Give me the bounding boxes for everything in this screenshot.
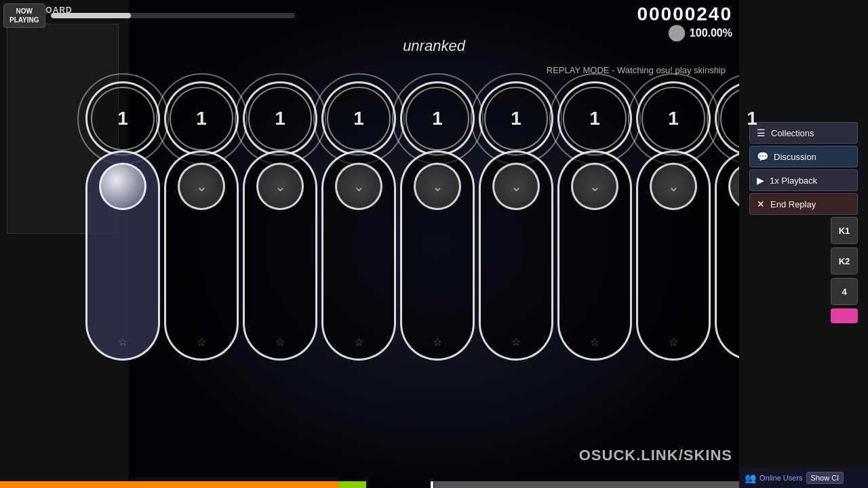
slider-head-8: ⌄ <box>650 163 697 210</box>
progress-orange <box>0 481 339 488</box>
hit-circle-1: 1 <box>85 81 160 156</box>
show-ci-button[interactable]: Show CI <box>806 472 844 484</box>
hit-circle-4: 1 <box>321 81 396 156</box>
progress-bar-container[interactable] <box>51 13 295 18</box>
song-progress-bar[interactable] <box>0 481 739 488</box>
key-4-indicator: 4 <box>831 278 858 305</box>
discussion-icon: 💬 <box>757 151 768 162</box>
slider-arrow-3: ⌄ <box>275 178 286 195</box>
watermark-text: OSUCK.LINK/SKINS <box>579 447 732 464</box>
circle-number-4: 1 <box>353 108 364 129</box>
now-playing-bar: NOW PLAYING <box>0 0 298 31</box>
progress-marker <box>431 481 433 488</box>
circle-number-2: 1 <box>196 108 207 129</box>
discussion-button[interactable]: 💬 Discussion <box>749 146 858 167</box>
hit-circle-3: 1 <box>243 81 317 156</box>
slider-arrow-6: ⌄ <box>511 178 522 195</box>
collections-button[interactable]: ☰ Collections <box>749 122 858 144</box>
slider-arrow-5: ⌄ <box>432 178 443 195</box>
circle-number-8: 1 <box>668 108 679 129</box>
slider-arrow-2: ⌄ <box>196 178 208 195</box>
slider-note-4: ⌄ ☆ <box>321 150 396 361</box>
slider-star-2: ☆ <box>197 336 206 348</box>
online-icon: 👥 <box>745 472 756 483</box>
circles-row: 1 1 1 1 1 1 1 1 <box>85 81 789 156</box>
slider-head-2: ⌄ <box>178 163 225 210</box>
hit-circle-2: 1 <box>164 81 239 156</box>
now-playing-badge: NOW PLAYING <box>3 3 45 28</box>
playback-icon: ▶ <box>757 175 764 186</box>
slider-head-1 <box>99 163 146 210</box>
playback-button[interactable]: ▶ 1x Playback <box>749 169 858 191</box>
slider-note-3: ⌄ ☆ <box>243 150 317 361</box>
slider-arrow-4: ⌄ <box>353 178 365 195</box>
slider-arrow-7: ⌄ <box>589 178 601 195</box>
slider-head-4: ⌄ <box>335 163 382 210</box>
online-users-label: Online Users <box>760 474 803 482</box>
collections-icon: ☰ <box>757 127 766 138</box>
accuracy-text: 100.00% <box>690 27 732 39</box>
pink-indicator <box>831 308 858 323</box>
slider-star-8: ☆ <box>669 336 678 348</box>
slider-note-2: ⌄ ☆ <box>164 150 239 361</box>
key-k2-indicator: K2 <box>831 247 858 274</box>
slider-star-5: ☆ <box>433 336 442 348</box>
slider-note-1: ☆ <box>85 150 160 361</box>
circle-number-1: 1 <box>117 108 128 129</box>
slider-star-3: ☆ <box>275 336 285 348</box>
hit-circle-6: 1 <box>479 81 553 156</box>
slider-arrow-8: ⌄ <box>668 178 679 195</box>
objects-container: 1 1 1 1 1 1 1 1 <box>136 75 739 474</box>
slider-head-6: ⌄ <box>492 163 540 210</box>
progress-gray <box>434 481 739 488</box>
hit-circle-7: 1 <box>557 81 632 156</box>
circle-number-5: 1 <box>432 108 443 129</box>
circle-number-9: 1 <box>747 108 757 129</box>
sliders-row: ☆ ⌄ ☆ ⌄ ☆ ⌄ ☆ ⌄ ☆ ⌄ <box>85 150 789 361</box>
end-replay-icon: ✕ <box>757 199 765 209</box>
slider-star-6: ☆ <box>511 336 521 348</box>
progress-bar-fill <box>51 13 132 18</box>
accuracy-display: 100.00% <box>667 24 732 43</box>
slider-star-7: ☆ <box>590 336 599 348</box>
slider-head-7: ⌄ <box>571 163 618 210</box>
slider-note-5: ⌄ ☆ <box>400 150 475 361</box>
score-display: 00000240 <box>637 3 732 25</box>
unranked-label: unranked <box>136 37 732 55</box>
hit-circle-8: 1 <box>636 81 711 156</box>
progress-green <box>339 481 366 488</box>
circle-number-3: 1 <box>275 108 285 129</box>
slider-head-5: ⌄ <box>414 163 461 210</box>
accuracy-pie-chart <box>667 24 686 43</box>
online-bar: 👥 Online Users Show CI <box>739 468 868 488</box>
key-k1-indicator: K1 <box>831 217 858 244</box>
slider-head-3: ⌄ <box>256 163 304 210</box>
right-panel: ☰ Collections 💬 Discussion ▶ 1x Playback… <box>739 0 868 488</box>
end-replay-button[interactable]: ✕ End Replay <box>749 193 858 215</box>
slider-note-6: ⌄ ☆ <box>479 150 553 361</box>
slider-note-7: ⌄ ☆ <box>557 150 632 361</box>
circle-number-7: 1 <box>589 108 600 129</box>
hit-circle-5: 1 <box>400 81 475 156</box>
circle-number-6: 1 <box>511 108 521 129</box>
slider-star-1: ☆ <box>118 336 127 348</box>
slider-note-8: ⌄ ☆ <box>636 150 711 361</box>
slider-star-4: ☆ <box>354 336 363 348</box>
